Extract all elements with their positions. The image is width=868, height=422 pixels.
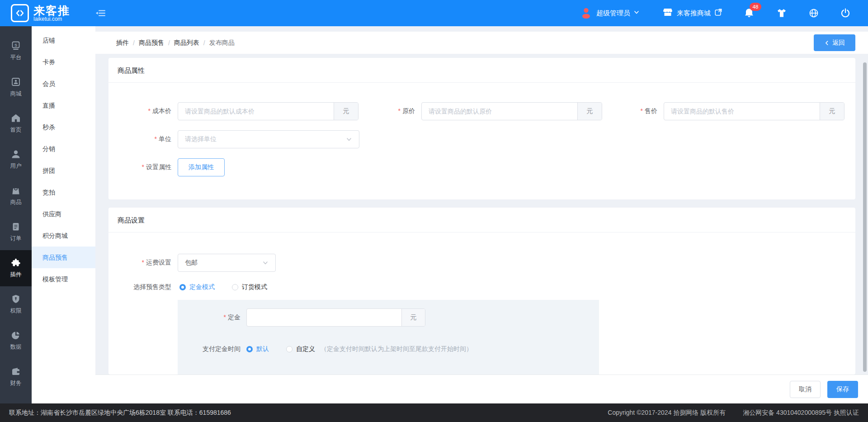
sidebar-item-presale[interactable]: 商品预售 bbox=[32, 247, 95, 268]
cost-price-input[interactable] bbox=[178, 103, 334, 120]
sidebar-item-plugin[interactable]: 插件 bbox=[0, 250, 32, 286]
app-root: 来客推 laiketui.com 超级管理员 来客推商城 bbox=[0, 0, 868, 422]
mall-icon bbox=[11, 77, 21, 87]
original-price-label: 原价 bbox=[359, 107, 421, 115]
product-attrs-card: 商品属性 成本价 元 原价 元 售价 bbox=[108, 58, 855, 199]
shopping-bag-icon bbox=[11, 185, 21, 195]
cost-price-inputbox: 元 bbox=[178, 102, 359, 120]
language-globe-button[interactable] bbox=[808, 8, 819, 19]
sidebar-item-auction[interactable]: 竞拍 bbox=[32, 181, 95, 203]
breadcrumb-separator: / bbox=[168, 39, 170, 47]
shipping-select-value: 包邮 bbox=[185, 259, 198, 267]
save-button[interactable]: 保存 bbox=[827, 381, 858, 398]
user-menu[interactable]: 超级管理员 bbox=[580, 6, 640, 20]
footer-right: Copyright ©2017-2024 拾捌网络 版权所有 湘公网安备 430… bbox=[608, 409, 859, 417]
original-price-input[interactable] bbox=[422, 103, 577, 120]
breadcrumb-publish-goods: 发布商品 bbox=[209, 39, 235, 47]
sidebar-item-supplier[interactable]: 供应商 bbox=[32, 203, 95, 225]
cancel-button[interactable]: 取消 bbox=[790, 381, 821, 398]
menu-fold-icon[interactable] bbox=[95, 8, 106, 19]
unit-row: 单位 请选择单位 bbox=[108, 130, 855, 148]
sidebar-item-live[interactable]: 直播 bbox=[32, 95, 95, 116]
sidebar-item-home[interactable]: 首页 bbox=[0, 105, 32, 142]
platform-icon: S bbox=[11, 41, 21, 51]
sale-price-input[interactable] bbox=[664, 103, 820, 120]
original-price-unit: 元 bbox=[577, 103, 602, 120]
deposit-inputbox: 元 bbox=[246, 308, 425, 327]
sidebar-item-mall[interactable]: 商城 bbox=[0, 69, 32, 105]
sidebar-item-shop[interactable]: 店铺 bbox=[32, 29, 95, 51]
shop-link-label: 来客推商城 bbox=[677, 9, 711, 18]
external-link-icon bbox=[714, 8, 722, 18]
sidebar-item-finance[interactable]: 财务 bbox=[0, 359, 32, 395]
notifications-button[interactable]: 48 bbox=[743, 7, 755, 19]
sidebar-item-distribution[interactable]: 分销 bbox=[32, 138, 95, 160]
brand-logo: 来客推 laiketui.com bbox=[11, 4, 70, 22]
brand-text: 来客推 laiketui.com bbox=[33, 5, 70, 22]
deposit-row: 定金 元 bbox=[178, 308, 599, 327]
sidebar-primary: S 平台 商城 首页 用户 商品 订单 插件 权限 bbox=[0, 26, 32, 422]
sidebar-item-platform[interactable]: S 平台 bbox=[0, 33, 32, 69]
breadcrumb-separator: / bbox=[133, 39, 135, 47]
breadcrumb-presale[interactable]: 商品预售 bbox=[139, 39, 164, 47]
add-attr-button[interactable]: 添加属性 bbox=[178, 158, 225, 176]
unit-select[interactable]: 请选择单位 bbox=[178, 130, 359, 148]
logout-power-button[interactable] bbox=[840, 8, 851, 19]
home-icon bbox=[11, 113, 21, 123]
main-area: 插件 / 商品预售 / 商品列表 / 发布商品 返回 商品属性 成本价 bbox=[95, 26, 868, 403]
storefront-icon bbox=[662, 7, 673, 19]
sale-price-inputbox: 元 bbox=[664, 102, 844, 120]
deposit-time-default-radio[interactable]: 默认 bbox=[246, 345, 269, 353]
unit-label: 单位 bbox=[108, 135, 178, 143]
breadcrumb-plugin[interactable]: 插件 bbox=[116, 39, 129, 47]
footer-license[interactable]: 湘公网安备 43010402000895号 执照认证 bbox=[743, 409, 859, 417]
wallet-icon bbox=[11, 366, 21, 376]
sidebar-item-template[interactable]: 模板管理 bbox=[32, 268, 95, 290]
sidebar-item-card-coupon[interactable]: 卡券 bbox=[32, 51, 95, 73]
sale-price-unit: 元 bbox=[820, 103, 844, 120]
radio-selected-icon bbox=[179, 284, 186, 290]
price-row: 成本价 元 原价 元 售价 元 bbox=[108, 102, 855, 120]
card-title: 商品属性 bbox=[108, 58, 855, 83]
radio-selected-icon bbox=[246, 346, 253, 352]
footer-contact: 联系地址：湖南省长沙市岳麓区绿地中央广场6栋2018室 联系电话：6159816… bbox=[9, 409, 231, 417]
deposit-mode-radio[interactable]: 定金模式 bbox=[179, 283, 215, 291]
back-button[interactable]: 返回 bbox=[814, 34, 855, 51]
sidebar-item-member[interactable]: 会员 bbox=[32, 73, 95, 95]
chevron-left-icon bbox=[824, 40, 830, 46]
breadcrumb-bar: 插件 / 商品预售 / 商品列表 / 发布商品 返回 bbox=[95, 32, 868, 54]
sidebar-item-group-buy[interactable]: 拼团 bbox=[32, 160, 95, 181]
shipping-select[interactable]: 包邮 bbox=[178, 254, 276, 272]
shipping-row: 运费设置 包邮 bbox=[108, 254, 855, 272]
chevron-down-icon bbox=[262, 260, 269, 266]
merch-shirt-button[interactable] bbox=[776, 7, 788, 19]
user-role-label: 超级管理员 bbox=[596, 9, 630, 18]
sidebar-item-flash-sale[interactable]: 秒杀 bbox=[32, 116, 95, 138]
presale-type-label: 选择预售类型 bbox=[108, 283, 178, 291]
brand-logo-icon bbox=[11, 4, 29, 22]
sidebar-item-data[interactable]: 数据 bbox=[0, 322, 32, 359]
footer-copyright: Copyright ©2017-2024 拾捌网络 版权所有 bbox=[608, 409, 726, 417]
sidebar-item-order[interactable]: 订单 bbox=[0, 214, 32, 250]
sidebar-item-permission[interactable]: 权限 bbox=[0, 286, 32, 322]
brand-domain: laiketui.com bbox=[33, 16, 70, 22]
radio-unselected-icon bbox=[232, 284, 238, 290]
plugin-puzzle-icon bbox=[11, 258, 21, 268]
sidebar-item-user[interactable]: 用户 bbox=[0, 142, 32, 178]
deposit-time-label: 支付定金时间 bbox=[178, 345, 246, 353]
sidebar-item-points-mall[interactable]: 积分商城 bbox=[32, 225, 95, 247]
product-settings-card: 商品设置 运费设置 包邮 选择预售类型 定金模式 bbox=[108, 208, 855, 375]
deposit-time-row: 支付定金时间 默认 自定义 （定金支付时间默认为上架时间至尾款支付开始时间） bbox=[178, 340, 599, 358]
breadcrumb-separator: / bbox=[203, 39, 205, 47]
shop-link[interactable]: 来客推商城 bbox=[662, 7, 722, 19]
order-mode-radio[interactable]: 订货模式 bbox=[232, 283, 267, 291]
deposit-input[interactable] bbox=[247, 309, 401, 326]
action-bar: 取消 保存 bbox=[95, 375, 868, 403]
sidebar-item-goods[interactable]: 商品 bbox=[0, 178, 32, 214]
breadcrumb-goods-list[interactable]: 商品列表 bbox=[174, 39, 199, 47]
breadcrumb: 插件 / 商品预售 / 商品列表 / 发布商品 bbox=[116, 39, 235, 47]
scrollbar-thumb[interactable] bbox=[863, 62, 867, 372]
presale-type-row: 选择预售类型 定金模式 订货模式 bbox=[108, 281, 855, 293]
brand-name: 来客推 bbox=[33, 5, 70, 16]
deposit-time-custom-radio[interactable]: 自定义 bbox=[286, 345, 315, 353]
